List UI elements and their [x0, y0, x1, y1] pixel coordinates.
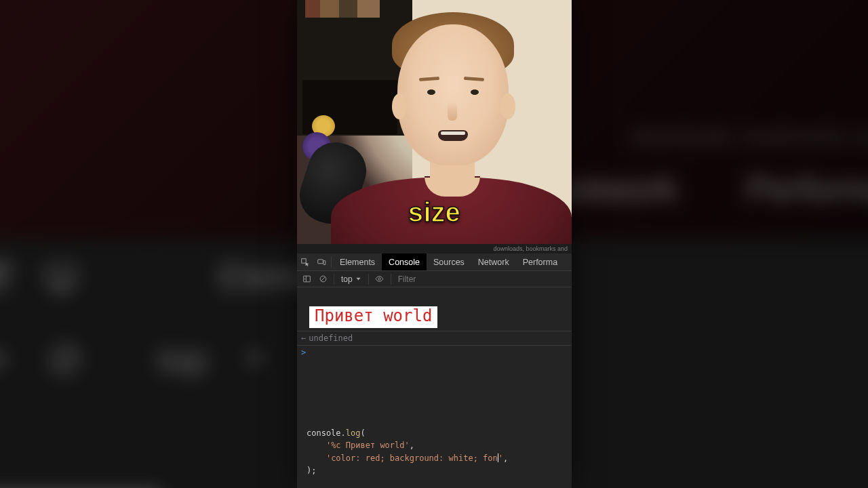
- console-filter-input[interactable]: [395, 273, 484, 285]
- tab-console[interactable]: Console: [382, 253, 427, 270]
- svg-line-17: [321, 277, 326, 281]
- svg-rect-4: [55, 287, 66, 289]
- svg-marker-5: [0, 350, 5, 369]
- svg-line-7: [55, 350, 75, 369]
- svg-marker-8: [247, 354, 262, 364]
- tab-sources[interactable]: Sources: [427, 253, 471, 270]
- vertical-video-frame: size downloads, bookmarks and Elements C…: [297, 0, 572, 488]
- svg-rect-1: [0, 264, 9, 274]
- video-caption: size: [297, 197, 572, 228]
- clear-console-icon[interactable]: [316, 274, 330, 283]
- chrome-devtools: downloads, bookmarks and Elements Consol…: [297, 244, 572, 488]
- svg-rect-12: [323, 260, 326, 264]
- console-log-row: Привет world: [297, 287, 572, 331]
- console-sidebar-toggle-icon[interactable]: [300, 274, 313, 283]
- tab-elements[interactable]: Elements: [333, 253, 382, 270]
- tab-performance[interactable]: Performa: [516, 253, 564, 270]
- presenter-webcam: size: [297, 0, 572, 244]
- devtools-tab-strip: Elements Console Sources Network Perform…: [297, 253, 572, 271]
- styled-log-output: Привет world: [309, 306, 437, 328]
- svg-rect-13: [303, 276, 310, 282]
- live-expression-icon[interactable]: [373, 274, 387, 283]
- console-toolbar: top: [297, 271, 572, 287]
- bg-context: top: [158, 339, 207, 380]
- svg-marker-18: [356, 278, 360, 281]
- execution-context-selector[interactable]: top: [338, 274, 364, 284]
- console-return-row: ← undefined: [297, 331, 572, 346]
- prompt-chevron-icon: >: [301, 348, 306, 357]
- bg-tab-performance: Performa: [746, 169, 868, 209]
- svg-rect-3: [48, 266, 75, 284]
- inspect-element-icon[interactable]: [297, 258, 313, 267]
- devtools-hint: downloads, bookmarks and: [297, 244, 572, 253]
- chevron-down-icon: [355, 276, 361, 282]
- context-label: top: [341, 274, 353, 284]
- console-prompt[interactable]: >: [297, 346, 572, 359]
- svg-rect-11: [318, 259, 323, 263]
- tab-network[interactable]: Network: [471, 253, 516, 270]
- device-toolbar-icon[interactable]: [313, 258, 330, 267]
- return-arrow-icon: ←: [301, 333, 306, 343]
- bg-hint-text: downloads, bookmarks and: [631, 125, 868, 149]
- svg-rect-10: [302, 258, 306, 262]
- svg-point-19: [378, 278, 380, 280]
- svg-marker-15: [304, 278, 305, 280]
- return-value: undefined: [309, 333, 353, 343]
- code-editor-snippet[interactable]: console.log( '%c Привет world', 'color: …: [297, 420, 572, 488]
- console-output: Привет world ← undefined > console.log( …: [297, 287, 572, 488]
